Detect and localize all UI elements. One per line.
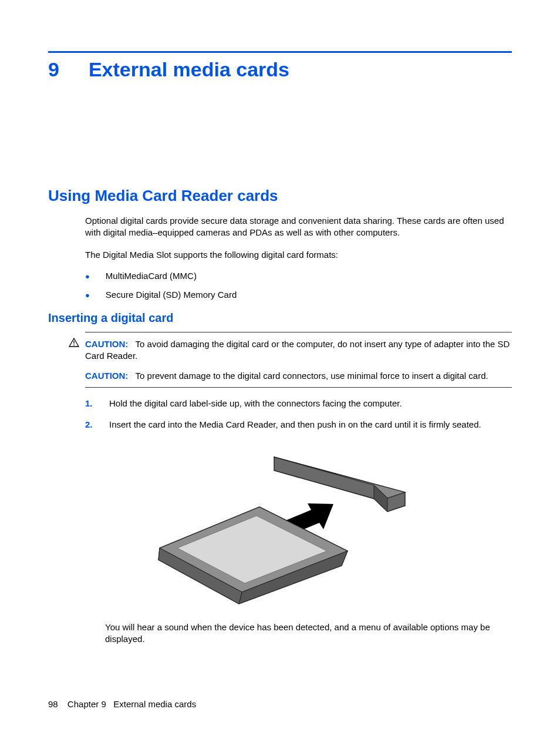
- chapter-number: 9: [48, 58, 59, 81]
- step-number: 1.: [85, 397, 95, 409]
- bullet-text: Secure Digital (SD) Memory Card: [106, 290, 237, 300]
- bullet-list: ● MultiMediaCard (MMC) ● Secure Digital …: [85, 271, 512, 300]
- bullet-icon: ●: [85, 273, 90, 280]
- after-illustration-text: You will hear a sound when the device ha…: [105, 621, 512, 646]
- caution-label: CAUTION:: [85, 371, 128, 381]
- top-rule: [48, 51, 512, 53]
- caution-icon: [69, 338, 79, 350]
- section-para-2: The Digital Media Slot supports the foll…: [85, 249, 512, 261]
- section-para-1: Optional digital cards provide secure da…: [85, 215, 512, 239]
- section-title: Using Media Card Reader cards: [48, 187, 512, 205]
- footer-chapter-title: External media cards: [113, 699, 196, 709]
- subsection-title: Inserting a digital card: [48, 311, 512, 325]
- step-number: 2.: [85, 418, 95, 431]
- caution-text: To prevent damage to the digital card co…: [136, 371, 488, 381]
- caution-1: CAUTION: To avoid damaging the digital c…: [85, 338, 512, 362]
- sd-card-insert-illustration: [142, 442, 418, 610]
- caution-box: CAUTION: To avoid damaging the digital c…: [85, 332, 512, 388]
- step-text: Insert the card into the Media Card Read…: [109, 418, 481, 431]
- svg-point-1: [73, 344, 75, 345]
- caution-2: CAUTION: To prevent damage to the digita…: [85, 370, 512, 382]
- list-item: ● Secure Digital (SD) Memory Card: [85, 290, 512, 300]
- footer-chapter-label: Chapter 9: [68, 699, 106, 709]
- bullet-icon: ●: [85, 291, 90, 299]
- footer-page-number: 98: [48, 699, 58, 709]
- ordered-list: 1. Hold the digital card label-side up, …: [85, 397, 512, 431]
- page-footer: 98 Chapter 9 External media cards: [48, 699, 196, 709]
- illustration: [48, 442, 512, 610]
- chapter-title: External media cards: [89, 58, 289, 81]
- list-item: 1. Hold the digital card label-side up, …: [85, 397, 512, 409]
- chapter-header: 9 External media cards: [48, 58, 512, 81]
- list-item: 2. Insert the card into the Media Card R…: [85, 418, 512, 431]
- bullet-text: MultiMediaCard (MMC): [106, 271, 197, 281]
- caution-text: To avoid damaging the digital card or th…: [85, 339, 510, 361]
- list-item: ● MultiMediaCard (MMC): [85, 271, 512, 281]
- step-text: Hold the digital card label-side up, wit…: [109, 397, 402, 409]
- caution-label: CAUTION:: [85, 339, 128, 349]
